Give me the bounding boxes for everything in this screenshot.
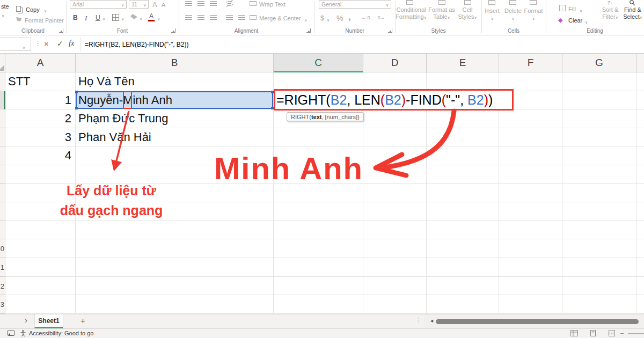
cell-partial[interactable]	[636, 91, 644, 110]
cell-A11[interactable]	[5, 258, 76, 277]
underline-chevron-icon[interactable]	[103, 15, 105, 21]
cell-G4[interactable]	[562, 128, 636, 147]
row-header-4[interactable]	[0, 128, 5, 147]
cell-B11[interactable]	[76, 258, 274, 277]
cell-edit-formula[interactable]: =RIGHT(B2, LEN(B2)-FIND("-", B2))	[276, 92, 493, 108]
cell-G12[interactable]	[562, 277, 636, 296]
format-painter-button[interactable]: Format Painter	[25, 17, 64, 24]
tab-splitter-icon[interactable]: ⋮	[415, 317, 421, 324]
merge-center-button[interactable]: Merge & Center	[259, 15, 301, 21]
cell-F1[interactable]	[499, 72, 562, 91]
cell-partial[interactable]	[636, 109, 644, 128]
insert-function-button[interactable]: fx	[69, 39, 74, 48]
font-color-button[interactable]: A	[149, 12, 153, 20]
column-header-A[interactable]: A	[5, 54, 76, 72]
cell-G13[interactable]	[562, 295, 636, 314]
cell-D7[interactable]	[363, 184, 427, 203]
conditional-formatting-button[interactable]: ConditionalFormatting	[396, 6, 427, 21]
selection-handle-icon[interactable]	[75, 107, 78, 109]
cell-C12[interactable]	[274, 277, 363, 296]
row-header-6[interactable]	[0, 165, 5, 184]
page-layout-view-icon[interactable]	[589, 330, 597, 336]
insert-button[interactable]: Insert	[482, 8, 502, 22]
increase-indent-icon[interactable]	[238, 15, 245, 20]
cell-G11[interactable]	[562, 258, 636, 277]
cell-E10[interactable]	[427, 239, 499, 258]
currency-button[interactable]: $	[320, 14, 324, 22]
borders-chevron-icon[interactable]	[121, 15, 124, 21]
font-name-select[interactable]: Arial	[70, 0, 127, 9]
cell-D4[interactable]	[363, 128, 427, 147]
cell-A3[interactable]: 2	[5, 109, 76, 128]
clear-chevron-icon[interactable]	[585, 18, 588, 25]
cell-F7[interactable]	[499, 184, 562, 203]
align-top-icon[interactable]	[185, 1, 192, 6]
formula-bar-drag-dots-icon[interactable]: ⋮	[34, 39, 41, 47]
row-header-12[interactable]: 2	[0, 277, 5, 296]
cell-A10[interactable]	[5, 239, 76, 258]
font-size-select[interactable]: 11	[129, 0, 149, 9]
cell-partial[interactable]	[636, 295, 644, 314]
clear-button[interactable]: Clear	[568, 17, 582, 24]
cell-C7[interactable]	[274, 184, 363, 203]
number-dialog-launcher-icon[interactable]	[388, 28, 392, 33]
cell-D12[interactable]	[363, 277, 427, 296]
cell-F6[interactable]	[499, 165, 562, 184]
paste-button[interactable]: ste	[1, 3, 9, 10]
underline-button[interactable]: U	[96, 14, 100, 21]
cell-partial[interactable]	[636, 258, 644, 277]
cell-G2[interactable]	[562, 91, 636, 110]
align-right-icon[interactable]	[210, 15, 217, 20]
zoom-slider[interactable]	[628, 333, 644, 334]
normal-view-icon[interactable]	[570, 330, 578, 336]
cell-B2[interactable]: Nguyễn-Minh Anh	[76, 91, 274, 110]
align-middle-icon[interactable]	[197, 1, 204, 6]
column-header-G[interactable]: G	[562, 54, 636, 72]
cell-C10[interactable]	[274, 239, 363, 258]
cancel-button[interactable]: ×	[44, 39, 49, 48]
percent-button[interactable]: %	[336, 14, 343, 23]
fill-color-chevron-icon[interactable]	[140, 15, 142, 21]
cell-E11[interactable]	[427, 258, 499, 277]
cell-F11[interactable]	[499, 258, 562, 277]
align-bottom-icon[interactable]	[210, 1, 217, 6]
row-header-8[interactable]	[0, 202, 5, 221]
cell-B4[interactable]: Phan Văn Hải	[76, 128, 274, 147]
tab-sheet1[interactable]: Sheet1	[34, 314, 63, 328]
selection-handle-icon[interactable]	[75, 91, 78, 93]
cell-G7[interactable]	[562, 184, 636, 203]
cell-partial[interactable]	[636, 146, 644, 165]
cell-partial[interactable]	[636, 277, 644, 296]
cell-partial[interactable]	[636, 128, 644, 147]
cell-B1[interactable]: Họ Và Tên	[76, 72, 274, 91]
bold-button[interactable]: B	[73, 14, 78, 21]
cell-F10[interactable]	[499, 239, 562, 258]
sheet-nav-chevron[interactable]: ›	[25, 315, 27, 325]
fill-button[interactable]: Fill	[568, 6, 576, 12]
cell-F9[interactable]	[499, 221, 562, 240]
cell-C4[interactable]	[274, 128, 363, 147]
cell-A5[interactable]: 4	[5, 146, 76, 165]
accessibility-icon[interactable]	[20, 330, 26, 337]
cell-E13[interactable]	[427, 295, 499, 314]
alignment-dialog-launcher-icon[interactable]	[306, 28, 311, 33]
copy-button[interactable]: Copy	[26, 6, 40, 13]
wrap-text-button[interactable]: Wrap Text	[259, 1, 286, 8]
comma-button[interactable]: ,	[348, 12, 351, 23]
cell-A4[interactable]: 3	[5, 128, 76, 147]
cell-G1[interactable]	[562, 72, 636, 91]
cell-F12[interactable]	[499, 277, 562, 296]
zoom-out-button[interactable]: –	[620, 329, 624, 336]
formula-bar-input[interactable]: =RIGHT(B2, LEN(B2)-FIND("-", B2))	[85, 35, 189, 54]
increase-decimal-button[interactable]: ←.0	[361, 15, 370, 20]
cell-F3[interactable]	[499, 109, 562, 128]
align-left-icon[interactable]	[185, 15, 192, 20]
format-button[interactable]: Format	[524, 8, 543, 22]
cell-C1[interactable]	[274, 72, 363, 91]
name-box-chevron-icon[interactable]	[23, 41, 25, 51]
row-header-3[interactable]	[0, 109, 5, 128]
copy-chevron-icon[interactable]	[44, 7, 47, 13]
cell-C9[interactable]	[274, 221, 363, 240]
cell-styles-button[interactable]: CellStyles	[456, 6, 479, 21]
accessibility-status-text[interactable]: Accessibility: Good to go	[29, 330, 93, 336]
